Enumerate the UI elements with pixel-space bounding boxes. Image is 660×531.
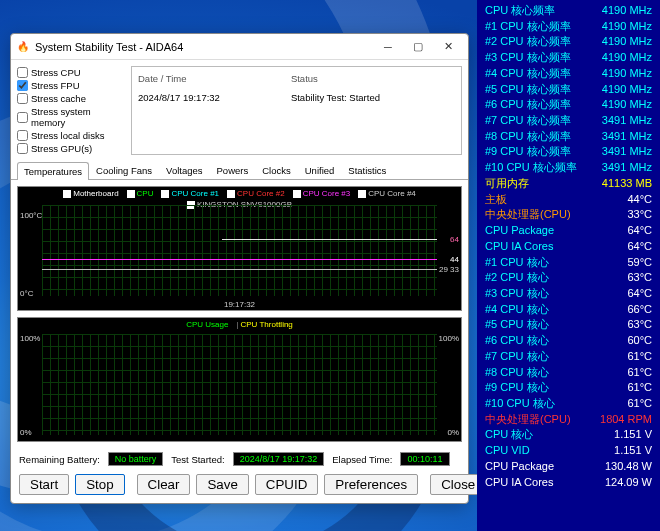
clear-button[interactable]: Clear bbox=[137, 474, 191, 495]
tab-powers[interactable]: Powers bbox=[210, 161, 256, 179]
tab-clocks[interactable]: Clocks bbox=[255, 161, 298, 179]
sensor-label: 主板 bbox=[485, 192, 627, 208]
sensor-value: 63°C bbox=[627, 270, 652, 286]
sensor-value: 1.151 V bbox=[614, 427, 652, 443]
tab-temperatures[interactable]: Temperatures bbox=[17, 162, 89, 180]
y-max: 100°C bbox=[20, 211, 42, 220]
legend-item: CPU Usage bbox=[186, 320, 228, 329]
legend-item: CPU Core #1 bbox=[171, 189, 219, 198]
sensor-row: #2 CPU 核心频率4190 MHz bbox=[477, 34, 660, 50]
stress-checkbox[interactable] bbox=[17, 130, 28, 141]
sensor-value: 4190 MHz bbox=[602, 82, 652, 98]
sensor-value: 3491 MHz bbox=[602, 144, 652, 160]
stress-checkbox[interactable] bbox=[17, 93, 28, 104]
sensor-value: 60°C bbox=[627, 333, 652, 349]
stress-label: Stress FPU bbox=[31, 80, 80, 91]
stress-label: Stress GPU(s) bbox=[31, 143, 92, 154]
temperature-graph[interactable]: MotherboardCPUCPU Core #1CPU Core #2CPU … bbox=[17, 186, 462, 311]
stress-checkbox[interactable] bbox=[17, 112, 28, 123]
sensor-label: #2 CPU 核心 bbox=[485, 270, 627, 286]
sensor-label: #4 CPU 核心 bbox=[485, 302, 627, 318]
sensor-label: 中央处理器(CPU) bbox=[485, 412, 600, 428]
cpuid-button[interactable]: CPUID bbox=[255, 474, 318, 495]
status-bar: Remaining Battery: No battery Test Start… bbox=[11, 448, 468, 470]
sensor-row: CPU Package130.48 W bbox=[477, 459, 660, 475]
maximize-button[interactable]: ▢ bbox=[404, 37, 432, 57]
sensor-value: 64°C bbox=[627, 239, 652, 255]
save-button[interactable]: Save bbox=[196, 474, 248, 495]
sensor-row: 中央处理器(CPU)33°C bbox=[477, 207, 660, 223]
sensor-value: 3491 MHz bbox=[602, 160, 652, 176]
y-max-2: 100% bbox=[20, 334, 40, 343]
y-min-2: 0% bbox=[20, 428, 32, 437]
stress-option-2[interactable]: Stress cache bbox=[17, 92, 125, 105]
minimize-button[interactable]: ─ bbox=[374, 37, 402, 57]
sensor-row: #7 CPU 核心61°C bbox=[477, 349, 660, 365]
sensor-label: CPU VID bbox=[485, 443, 614, 459]
r-max-2: 100% bbox=[439, 334, 459, 343]
sensor-label: #1 CPU 核心 bbox=[485, 255, 627, 271]
preferences-button[interactable]: Preferences bbox=[324, 474, 418, 495]
sensor-value: 1804 RPM bbox=[600, 412, 652, 428]
sensor-row: #7 CPU 核心频率3491 MHz bbox=[477, 113, 660, 129]
sensor-row: CPU 核心频率4190 MHz bbox=[477, 3, 660, 19]
sensor-row: #4 CPU 核心66°C bbox=[477, 302, 660, 318]
sensor-label: #7 CPU 核心 bbox=[485, 349, 627, 365]
sensor-row: #2 CPU 核心63°C bbox=[477, 270, 660, 286]
sensor-row: #9 CPU 核心61°C bbox=[477, 380, 660, 396]
sensor-value: 3491 MHz bbox=[602, 113, 652, 129]
stress-option-4[interactable]: Stress local disks bbox=[17, 129, 125, 142]
elapsed-label: Elapsed Time: bbox=[332, 454, 392, 465]
sensor-label: #6 CPU 核心频率 bbox=[485, 97, 602, 113]
mark-64: 64 bbox=[450, 235, 459, 244]
sensor-value: 44°C bbox=[627, 192, 652, 208]
sensor-row: #3 CPU 核心64°C bbox=[477, 286, 660, 302]
sensor-value: 4190 MHz bbox=[602, 34, 652, 50]
sensor-row: #8 CPU 核心频率3491 MHz bbox=[477, 129, 660, 145]
button-bar: Start Stop Clear Save CPUID Preferences … bbox=[11, 470, 468, 503]
stress-label: Stress cache bbox=[31, 93, 86, 104]
stress-checkbox[interactable] bbox=[17, 80, 28, 91]
stress-checkbox[interactable] bbox=[17, 67, 28, 78]
aida64-window: 🔥 System Stability Test - AIDA64 ─ ▢ ✕ S… bbox=[10, 33, 469, 504]
sensor-label: #9 CPU 核心频率 bbox=[485, 144, 602, 160]
sensor-label: #10 CPU 核心 bbox=[485, 396, 627, 412]
mark-29: 29 33 bbox=[439, 265, 459, 274]
stress-checkbox[interactable] bbox=[17, 143, 28, 154]
start-button[interactable]: Start bbox=[19, 474, 69, 495]
sensor-row: #6 CPU 核心60°C bbox=[477, 333, 660, 349]
cpu-usage-graph[interactable]: CPU Usage| CPU Throttling 100% 0% 100% 0… bbox=[17, 317, 462, 442]
stress-option-5[interactable]: Stress GPU(s) bbox=[17, 142, 125, 155]
log-panel: Date / TimeStatus 2024/8/17 19:17:32Stab… bbox=[131, 66, 462, 155]
sensor-value: 59°C bbox=[627, 255, 652, 271]
sensor-label: #8 CPU 核心 bbox=[485, 365, 627, 381]
sensor-row: #4 CPU 核心频率4190 MHz bbox=[477, 66, 660, 82]
close-button[interactable]: ✕ bbox=[434, 37, 462, 57]
stress-option-1[interactable]: Stress FPU bbox=[17, 79, 125, 92]
sensor-value: 61°C bbox=[627, 349, 652, 365]
tab-statistics[interactable]: Statistics bbox=[341, 161, 393, 179]
sensor-label: CPU 核心频率 bbox=[485, 3, 602, 19]
log-datetime: 2024/8/17 19:17:32 bbox=[138, 89, 289, 103]
tab-unified[interactable]: Unified bbox=[298, 161, 342, 179]
sensor-label: #7 CPU 核心频率 bbox=[485, 113, 602, 129]
log-header-datetime: Date / Time bbox=[138, 73, 289, 87]
sensor-row: #10 CPU 核心61°C bbox=[477, 396, 660, 412]
legend-item: Motherboard bbox=[73, 189, 118, 198]
titlebar[interactable]: 🔥 System Stability Test - AIDA64 ─ ▢ ✕ bbox=[11, 34, 468, 60]
log-header-status: Status bbox=[291, 73, 455, 87]
sensor-row: #1 CPU 核心频率4190 MHz bbox=[477, 19, 660, 35]
stress-option-0[interactable]: Stress CPU bbox=[17, 66, 125, 79]
tab-cooling-fans[interactable]: Cooling Fans bbox=[89, 161, 159, 179]
mark-44: 44 bbox=[450, 255, 459, 264]
sensor-value: 4190 MHz bbox=[602, 50, 652, 66]
sensor-value: 61°C bbox=[627, 380, 652, 396]
stress-option-3[interactable]: Stress system memory bbox=[17, 105, 125, 129]
stop-button[interactable]: Stop bbox=[75, 474, 124, 495]
tab-voltages[interactable]: Voltages bbox=[159, 161, 209, 179]
started-value: 2024/8/17 19:17:32 bbox=[233, 452, 325, 466]
sensor-label: CPU IA Cores bbox=[485, 475, 605, 491]
stress-label: Stress system memory bbox=[31, 106, 125, 128]
sensor-label: CPU Package bbox=[485, 223, 627, 239]
sensor-value: 4190 MHz bbox=[602, 19, 652, 35]
